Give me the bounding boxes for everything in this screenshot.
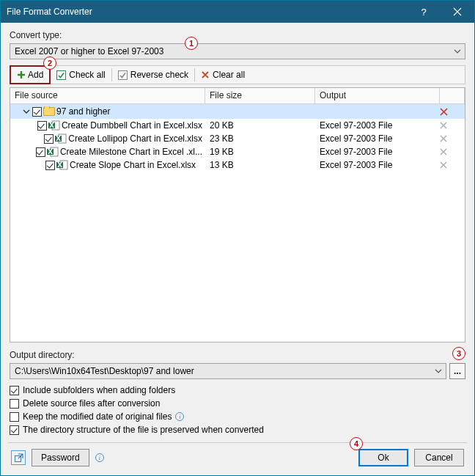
option-label: Delete source files after conversion: [23, 398, 160, 409]
popout-button[interactable]: [11, 450, 26, 465]
col-output[interactable]: Output: [315, 88, 440, 103]
group-checkbox[interactable]: [32, 107, 42, 117]
info-icon[interactable]: i: [175, 412, 184, 421]
check-all-icon: [56, 70, 66, 80]
col-file-source[interactable]: File source: [10, 88, 205, 103]
checkbox[interactable]: [10, 425, 19, 435]
col-spacer: [440, 88, 465, 103]
table-row[interactable]: xCreate Milestone Chart in Excel .xl... …: [10, 145, 465, 158]
checkbox[interactable]: [10, 386, 19, 395]
table-row[interactable]: xCreate Lollipop Chart in Excel.xlsx 23 …: [10, 132, 465, 145]
remove-row-button[interactable]: [440, 135, 462, 142]
cancel-button[interactable]: Cancel: [414, 449, 464, 466]
window-title: File Format Converter: [7, 7, 407, 17]
reverse-check-icon: [118, 70, 128, 80]
file-name: Create Dumbbell Chart in Excel.xlsx: [62, 120, 202, 131]
browse-button[interactable]: ...: [449, 363, 465, 379]
title-bar: File Format Converter ?: [1, 1, 474, 23]
add-button[interactable]: Add 2: [10, 65, 51, 84]
svg-text:x: x: [48, 147, 53, 156]
file-output: Excel 97-2003 File: [315, 160, 440, 170]
ok-button[interactable]: Ok: [358, 449, 408, 466]
convert-type-label: Convert type:: [10, 30, 465, 40]
footer: Password i Ok Cancel 4: [10, 449, 465, 468]
option-label: Include subfolders when adding folders: [23, 385, 175, 395]
row-checkbox[interactable]: [44, 134, 54, 144]
excel-file-icon: x: [47, 147, 59, 157]
reverse-check-button[interactable]: Reverse check: [112, 66, 194, 84]
file-size: 19 KB: [205, 147, 315, 157]
option-label: Keep the modified date of original files: [23, 411, 172, 422]
chevron-down-icon: [453, 47, 462, 56]
option-keep-date[interactable]: Keep the modified date of original files…: [10, 411, 465, 422]
close-button[interactable]: [441, 1, 474, 23]
remove-row-button[interactable]: [440, 122, 462, 129]
remove-row-button[interactable]: [440, 161, 462, 169]
checkbox[interactable]: [10, 399, 19, 409]
option-label: The directory structure of the file is p…: [23, 425, 264, 435]
row-checkbox[interactable]: [37, 121, 47, 131]
col-file-size[interactable]: File size: [205, 88, 315, 103]
callout-4: 4: [350, 437, 363, 450]
file-output: Excel 97-2003 File: [315, 120, 440, 131]
callout-2: 2: [43, 56, 56, 70]
output-directory-dropdown[interactable]: C:\Users\Win10x64Test\Desktop\97 and low…: [10, 363, 446, 379]
clear-all-label: Clear all: [213, 70, 245, 80]
option-include-subfolders[interactable]: Include subfolders when adding folders: [10, 385, 465, 395]
row-checkbox[interactable]: [36, 147, 45, 157]
excel-file-icon: x: [48, 120, 60, 131]
plus-icon: [17, 70, 26, 79]
convert-type-value: Excel 2007 or higher to Excel 97-2003: [15, 46, 163, 56]
options-section: Include subfolders when adding folders D…: [10, 385, 465, 435]
svg-text:x: x: [56, 133, 61, 143]
file-size: 20 KB: [205, 120, 315, 131]
check-all-label: Check all: [69, 70, 105, 80]
callout-3: 3: [452, 347, 465, 360]
table-header: File source File size Output: [10, 88, 465, 104]
output-section: Output directory: C:\Users\Win10x64Test\…: [10, 348, 465, 379]
svg-rect-1: [118, 70, 127, 79]
add-label: Add: [28, 70, 43, 80]
file-size: 23 KB: [205, 133, 315, 144]
chevron-down-icon: [434, 367, 443, 376]
file-output: Excel 97-2003 File: [315, 147, 440, 157]
convert-type-dropdown[interactable]: Excel 2007 or higher to Excel 97-2003 1: [10, 43, 465, 59]
folder-icon: [43, 106, 55, 117]
option-preserve-structure[interactable]: The directory structure of the file is p…: [10, 425, 465, 435]
help-button[interactable]: ?: [407, 1, 441, 23]
output-directory-value: C:\Users\Win10x64Test\Desktop\97 and low…: [15, 366, 194, 376]
svg-text:x: x: [49, 120, 54, 130]
clear-icon: [201, 70, 210, 79]
password-button[interactable]: Password: [32, 449, 89, 466]
table-row[interactable]: xCreate Dumbbell Chart in Excel.xlsx 20 …: [10, 119, 465, 132]
remove-group-button[interactable]: [440, 108, 462, 116]
file-name: Create Lollipop Chart in Excel.xlsx: [68, 133, 202, 144]
excel-file-icon: x: [56, 160, 68, 170]
remove-row-button[interactable]: [440, 148, 462, 155]
table-group-row[interactable]: 97 and higher: [10, 104, 465, 119]
file-name: Create Milestone Chart in Excel .xl...: [60, 147, 202, 157]
file-table: File source File size Output 97 and high…: [10, 87, 465, 343]
file-name: Create Slope Chart in Excel.xlsx: [70, 160, 196, 170]
clear-all-button[interactable]: Clear all: [195, 66, 251, 84]
output-directory-label: Output directory:: [10, 350, 465, 360]
toolbar: Add 2 Check all Reverse check Clear all: [10, 65, 465, 84]
svg-rect-0: [57, 70, 66, 79]
dialog-content: Convert type: Excel 2007 or higher to Ex…: [1, 23, 474, 475]
callout-1: 1: [185, 37, 198, 50]
table-row[interactable]: xCreate Slope Chart in Excel.xlsx 13 KB …: [10, 158, 465, 172]
table-body: 97 and higher xCreate Dumbbell Chart in …: [10, 104, 465, 342]
option-delete-source[interactable]: Delete source files after conversion: [10, 398, 465, 409]
group-name: 97 and higher: [56, 106, 110, 117]
row-checkbox[interactable]: [45, 161, 55, 170]
checkbox[interactable]: [10, 412, 19, 422]
excel-file-icon: x: [55, 133, 67, 144]
reverse-check-label: Reverse check: [130, 70, 188, 80]
check-all-button[interactable]: Check all: [51, 66, 111, 84]
file-size: 13 KB: [205, 160, 315, 170]
file-output: Excel 97-2003 File: [315, 133, 440, 144]
separator-line: [8, 442, 467, 443]
chevron-down-icon[interactable]: [22, 107, 31, 116]
svg-text:x: x: [57, 160, 62, 169]
info-icon[interactable]: i: [95, 453, 104, 462]
